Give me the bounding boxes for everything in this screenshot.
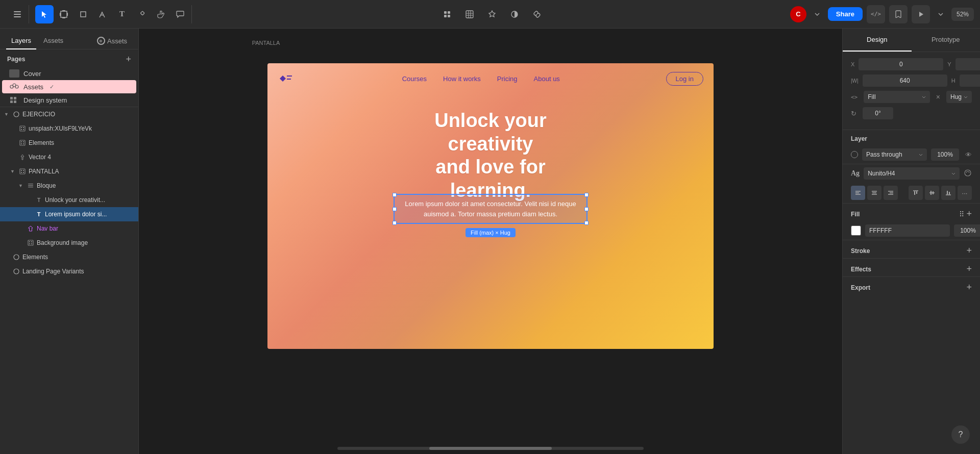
comment-tool-button[interactable] (171, 5, 189, 23)
layer-elements[interactable]: Elements (0, 136, 138, 150)
frame-tool-button[interactable] (55, 5, 73, 23)
fill-opacity-input[interactable] (954, 224, 980, 237)
valign-top-btn[interactable] (909, 186, 923, 200)
handle-br (584, 221, 589, 225)
opacity-input[interactable] (931, 148, 959, 161)
layer-pantalla[interactable]: ▼ PANTALLA (0, 164, 138, 179)
page-item-design-system[interactable]: Design system (2, 93, 136, 107)
tab-layers[interactable]: Layers (6, 33, 36, 49)
zoom-button[interactable]: 52% (951, 8, 974, 21)
layer-lorem-text[interactable]: T Lorem ipsum dolor si... (0, 207, 138, 221)
x-input[interactable] (859, 58, 943, 70)
position-section: X Y |W| H <> Fill (843, 52, 980, 130)
align-right-btn[interactable] (884, 186, 898, 200)
valign-bottom-btn[interactable] (941, 186, 955, 200)
page-item-cover[interactable]: Cover (2, 67, 136, 80)
pen-tool-button[interactable] (93, 5, 112, 23)
layer-section-title: Layer (843, 130, 980, 145)
page-item-assets[interactable]: Assets ✓ (2, 80, 136, 93)
layer-navbar[interactable]: Nav bar (0, 221, 138, 236)
artboard-login-btn[interactable]: Log in (666, 72, 703, 86)
artboard-selected-text-box[interactable]: Lorem ipsum dolor sit amet consectetur. … (394, 194, 587, 224)
layer-bgimage[interactable]: Background image (0, 236, 138, 250)
tools-group: T (33, 5, 192, 23)
layer-ejercicio[interactable]: ▼ EJERCICIO (0, 107, 138, 121)
play-button[interactable] (912, 5, 930, 23)
layer-label-vector4: Vector 4 (29, 154, 134, 161)
fill-color-swatch[interactable] (851, 225, 861, 236)
align-left-btn[interactable] (851, 186, 865, 200)
layer-icon-vector4 (18, 153, 27, 161)
layer-elements2[interactable]: Elements (0, 250, 138, 264)
svg-rect-46 (28, 240, 33, 245)
contrast-button[interactable] (505, 5, 524, 23)
rotation-row: ↻ (851, 107, 972, 119)
svg-rect-39 (21, 170, 22, 171)
svg-rect-4 (62, 10, 65, 11)
fill-x-btn[interactable]: × (936, 93, 940, 101)
svg-rect-1 (14, 14, 21, 15)
component-tool-button[interactable] (132, 5, 151, 23)
layout-grid-button[interactable] (438, 5, 456, 23)
canvas-scrollbar[interactable] (337, 447, 644, 450)
canvas-area[interactable]: PANTALLA Courses How it works (139, 29, 842, 454)
w-input[interactable] (863, 74, 947, 87)
handle-tl (393, 193, 397, 197)
add-effect-btn[interactable]: + (966, 264, 972, 274)
more-text-options-btn[interactable]: ··· (958, 186, 972, 200)
avatar-dropdown-button[interactable] (811, 5, 824, 23)
handle-tr (584, 193, 589, 197)
select-tool-button[interactable] (35, 5, 54, 23)
valign-middle-btn[interactable] (925, 186, 939, 200)
add-page-button[interactable]: + (126, 55, 131, 64)
app-menu-button[interactable] (8, 5, 27, 23)
canvas-artboard[interactable]: Courses How it works Pricing About us Lo… (267, 63, 714, 349)
canvas-scrollbar-thumb (429, 447, 552, 450)
effects-section-label: Effects (851, 266, 871, 273)
blend-mode-select[interactable]: Pass through (862, 148, 927, 161)
y-input[interactable] (955, 58, 980, 70)
add-export-btn[interactable]: + (966, 282, 972, 293)
svg-rect-25 (10, 100, 13, 103)
hand-tool-button[interactable] (152, 5, 170, 23)
fill-dots-btn[interactable]: ⠿ (959, 209, 964, 219)
tab-prototype[interactable]: Prototype (912, 29, 981, 52)
layer-icon-ejercicio (12, 110, 20, 118)
svg-rect-48 (31, 241, 32, 242)
align-center-btn[interactable] (867, 186, 881, 200)
grid-view-button[interactable] (460, 5, 479, 23)
code-view-button[interactable]: </> (867, 5, 885, 23)
fill-hex-input[interactable] (865, 224, 950, 237)
font-name-select[interactable]: Nunito/H4 (864, 167, 960, 180)
help-button[interactable]: ? (951, 425, 970, 444)
layer-unlock-text[interactable]: T Unlock your creativit... (0, 193, 138, 207)
layer-bloque[interactable]: ▼ Bloque (0, 179, 138, 193)
svg-rect-41 (21, 172, 22, 173)
layer-mode-row: Pass through 👁 (843, 145, 980, 164)
play-dropdown-button[interactable] (934, 5, 947, 23)
share-button[interactable]: Share (828, 7, 863, 21)
tab-design[interactable]: Design (843, 29, 912, 52)
link-button[interactable] (528, 5, 546, 23)
layer-landing-variants[interactable]: Landing Page Variants (0, 264, 138, 279)
add-fill-btn[interactable]: + (966, 209, 972, 219)
layer-vector4[interactable]: Vector 4 (0, 150, 138, 164)
avatar-button[interactable]: C (790, 6, 806, 22)
rotation-input[interactable] (863, 107, 893, 119)
plugin-button[interactable] (483, 5, 501, 23)
wh-row: |W| H (851, 74, 972, 87)
eye-icon[interactable]: 👁 (965, 151, 972, 159)
fill-section-label: Fill (851, 211, 860, 218)
add-stroke-btn[interactable]: + (966, 245, 972, 256)
artboard-lorem-text: Lorem ipsum dolor sit amet consectetur. … (395, 195, 586, 223)
h-input[interactable] (960, 74, 980, 87)
book-button[interactable] (889, 5, 908, 23)
text-tool-button[interactable]: T (113, 5, 131, 23)
shape-tool-button[interactable] (74, 5, 92, 23)
hug-dropdown[interactable]: Hug (946, 91, 972, 103)
tab-assets-right[interactable]: ⊕ Assets (92, 33, 132, 49)
font-settings-btn[interactable] (964, 169, 972, 179)
fill-dropdown[interactable]: Fill (864, 91, 930, 103)
layer-unsplash[interactable]: unsplash:XUlsF9LYeVk (0, 121, 138, 136)
tab-assets-left[interactable]: Assets (38, 33, 68, 49)
